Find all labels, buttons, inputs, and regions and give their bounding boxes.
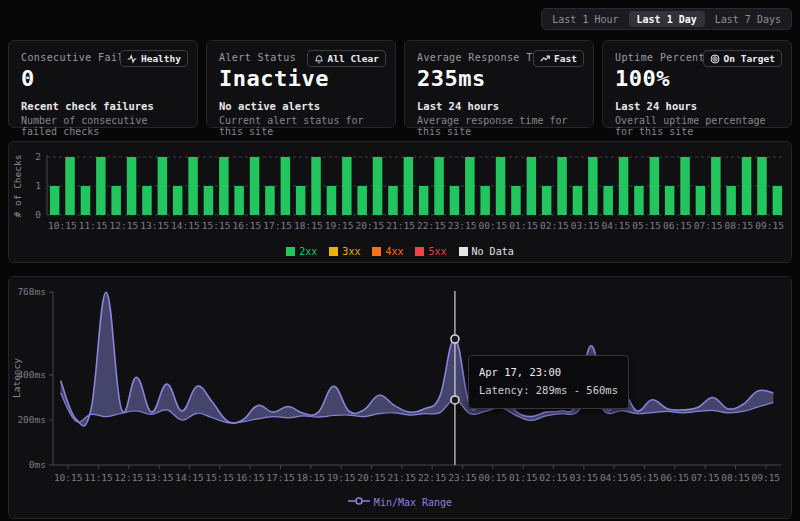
- range-button-1-hour[interactable]: Last 1 Hour: [544, 11, 626, 27]
- svg-text:20:15: 20:15: [357, 472, 386, 483]
- badge-label: Fast: [554, 53, 577, 64]
- check-bar[interactable]: [480, 186, 490, 215]
- svg-text:05:15: 05:15: [630, 472, 659, 483]
- check-bar[interactable]: [50, 186, 60, 215]
- check-bar[interactable]: [619, 157, 629, 215]
- svg-text:768ms: 768ms: [17, 286, 46, 297]
- check-bar[interactable]: [465, 157, 475, 215]
- legend-item-3xx[interactable]: 3xx: [329, 246, 360, 257]
- check-bar[interactable]: [311, 157, 321, 215]
- bell-icon: [314, 54, 324, 64]
- check-bar[interactable]: [388, 186, 398, 215]
- check-bar[interactable]: [111, 186, 121, 215]
- checks-chart-panel: 012# of Checks10:1511:1512:1513:1514:151…: [8, 141, 792, 263]
- svg-text:09:15: 09:15: [751, 472, 780, 483]
- tooltip-title: Apr 17, 23:00: [479, 364, 618, 382]
- legend-item-2xx[interactable]: 2xx: [286, 246, 317, 257]
- check-bar[interactable]: [342, 157, 352, 215]
- check-bar[interactable]: [265, 186, 275, 215]
- check-bar[interactable]: [573, 186, 583, 215]
- card-value: Inactive: [219, 66, 383, 91]
- check-bar[interactable]: [757, 157, 767, 215]
- check-bar[interactable]: [650, 157, 660, 215]
- svg-text:15:15: 15:15: [202, 220, 231, 231]
- legend-label: 2xx: [299, 246, 317, 257]
- legend-item-no-data[interactable]: No Data: [459, 246, 514, 257]
- check-bar[interactable]: [542, 186, 552, 215]
- check-bar[interactable]: [742, 157, 752, 215]
- svg-text:12:15: 12:15: [114, 472, 143, 483]
- card-value: 0: [21, 66, 185, 91]
- svg-text:14:15: 14:15: [171, 220, 200, 231]
- svg-text:03:15: 03:15: [569, 472, 598, 483]
- svg-text:16:15: 16:15: [233, 220, 262, 231]
- svg-text:1: 1: [35, 180, 41, 191]
- topbar: Last 1 Hour Last 1 Day Last 7 Days: [8, 8, 792, 32]
- legend-swatch: [459, 247, 468, 256]
- svg-text:05:15: 05:15: [632, 220, 661, 231]
- checks-bar-chart[interactable]: 012# of Checks10:1511:1512:1513:1514:151…: [9, 145, 791, 242]
- check-bar[interactable]: [404, 157, 414, 215]
- check-bar[interactable]: [142, 186, 152, 215]
- check-bar[interactable]: [281, 157, 291, 215]
- hover-dot: [451, 396, 459, 404]
- check-bar[interactable]: [173, 186, 183, 215]
- check-bar[interactable]: [65, 157, 75, 215]
- svg-text:16:15: 16:15: [236, 472, 265, 483]
- svg-text:19:15: 19:15: [327, 472, 356, 483]
- check-bar[interactable]: [773, 186, 783, 215]
- svg-text:01:15: 01:15: [509, 472, 538, 483]
- svg-text:10:15: 10:15: [48, 220, 77, 231]
- range-button-7-days[interactable]: Last 7 Days: [707, 11, 789, 27]
- check-bar[interactable]: [250, 157, 259, 215]
- check-bar[interactable]: [234, 186, 244, 215]
- check-bar[interactable]: [511, 186, 521, 215]
- card-description: Average response time for this site: [417, 115, 581, 137]
- check-bar[interactable]: [81, 186, 91, 215]
- check-bar[interactable]: [96, 157, 106, 215]
- check-bar[interactable]: [557, 157, 567, 215]
- check-bar[interactable]: [634, 186, 644, 215]
- legend-label: 5xx: [428, 246, 446, 257]
- check-bar[interactable]: [527, 157, 537, 215]
- check-bar[interactable]: [296, 186, 306, 215]
- line-marker-icon: [348, 496, 370, 508]
- check-bar[interactable]: [726, 186, 736, 215]
- svg-text:11:15: 11:15: [79, 220, 108, 231]
- legend-item-5xx[interactable]: 5xx: [415, 246, 446, 257]
- card-subtitle-bold: Last 24 hours: [615, 100, 779, 112]
- check-bar[interactable]: [219, 157, 229, 215]
- latency-chart-legend: Min/Max Range: [9, 493, 791, 511]
- check-bar[interactable]: [696, 186, 706, 215]
- badge-label: Healthy: [141, 53, 181, 64]
- check-bar[interactable]: [711, 157, 721, 215]
- trending-up-icon: [540, 54, 550, 64]
- check-bar[interactable]: [204, 186, 214, 215]
- stat-cards: Consecutive Failures Healthy 0 Recent ch…: [8, 40, 792, 128]
- check-bar[interactable]: [357, 186, 367, 215]
- svg-text:02:15: 02:15: [540, 220, 569, 231]
- check-bar[interactable]: [450, 186, 460, 215]
- check-bar[interactable]: [588, 157, 598, 215]
- check-bar[interactable]: [373, 157, 383, 215]
- svg-text:12:15: 12:15: [110, 220, 139, 231]
- check-bar[interactable]: [680, 157, 690, 215]
- status-badge: On Target: [703, 50, 782, 67]
- check-bar[interactable]: [496, 157, 506, 215]
- check-bar[interactable]: [327, 186, 337, 215]
- legend-item-minmax-range[interactable]: Min/Max Range: [348, 496, 452, 508]
- card-description: Current alert status for this site: [219, 115, 383, 137]
- check-bar[interactable]: [188, 157, 198, 215]
- check-bar[interactable]: [665, 186, 675, 215]
- uptime-dashboard: Last 1 Hour Last 1 Day Last 7 Days Conse…: [0, 0, 800, 521]
- legend-item-4xx[interactable]: 4xx: [372, 246, 403, 257]
- check-bar[interactable]: [158, 157, 168, 215]
- card-description: Number of consecutive failed checks: [21, 115, 185, 137]
- check-bar[interactable]: [603, 186, 613, 215]
- svg-text:04:15: 04:15: [600, 472, 629, 483]
- check-bar[interactable]: [127, 157, 137, 215]
- latency-area-chart[interactable]: 0ms200ms400ms768msLatency10:1511:1512:15…: [9, 281, 791, 493]
- check-bar[interactable]: [419, 186, 429, 215]
- range-button-1-day[interactable]: Last 1 Day: [629, 11, 705, 27]
- check-bar[interactable]: [434, 157, 444, 215]
